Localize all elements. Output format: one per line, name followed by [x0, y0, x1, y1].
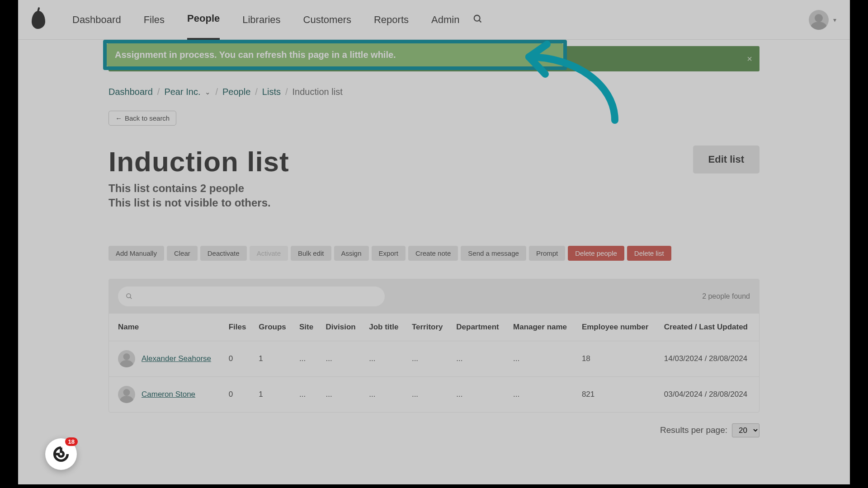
top-nav: DashboardFilesPeopleLibrariesCustomersRe… [18, 0, 850, 40]
subtitle-line: This list is not visible to others. [108, 196, 760, 210]
table-row: Alexander Seahorse01..................18… [109, 341, 759, 376]
column-header[interactable]: Territory [406, 314, 451, 341]
column-header[interactable]: Groups [253, 314, 294, 341]
subtitle-line: This list contains 2 people [108, 181, 760, 196]
svg-point-2 [127, 294, 131, 298]
create-note-button[interactable]: Create note [408, 246, 458, 261]
pear-logo-icon [32, 11, 45, 29]
name-cell: Alexander Seahorse [109, 341, 223, 376]
clear-button[interactable]: Clear [167, 246, 198, 261]
files-cell: 0 [223, 376, 254, 412]
division-cell: ... [321, 376, 364, 412]
territory-cell: ... [406, 376, 451, 412]
prompt-button[interactable]: Prompt [529, 246, 565, 261]
table-search-input[interactable] [118, 286, 385, 306]
avatar-icon [118, 350, 135, 367]
widget-logo-icon [53, 446, 69, 462]
breadcrumb-separator: / [285, 87, 288, 97]
department-cell: ... [451, 341, 508, 376]
breadcrumb-separator: / [255, 87, 258, 97]
breadcrumb-item[interactable]: Pear Inc. [164, 87, 200, 97]
help-widget-button[interactable]: 18 [45, 438, 77, 470]
breadcrumb-separator: / [157, 87, 160, 97]
breadcrumb: Dashboard/Pear Inc.⌄/People/Lists/Induct… [108, 87, 760, 97]
column-header[interactable]: Job title [363, 314, 406, 341]
nav-item-dashboard[interactable]: Dashboard [72, 0, 121, 39]
nav-item-people[interactable]: People [187, 0, 220, 40]
breadcrumb-item[interactable]: Dashboard [108, 87, 153, 97]
breadcrumb-item: Induction list [292, 87, 343, 97]
name-cell: Cameron Stone [109, 376, 223, 412]
pager: Results per page: 20 [108, 423, 760, 437]
nav-item-libraries[interactable]: Libraries [242, 0, 280, 39]
alert-message: Assignment in process. You can refresh t… [107, 43, 563, 66]
column-header[interactable]: Site [294, 314, 321, 341]
column-header[interactable]: Name [109, 314, 223, 341]
delete-people-button[interactable]: Delete people [568, 246, 624, 261]
column-header[interactable]: Manager name [508, 314, 576, 341]
close-icon[interactable]: × [747, 54, 752, 64]
add-manually-button[interactable]: Add Manually [108, 246, 164, 261]
breadcrumb-item[interactable]: Lists [262, 87, 281, 97]
action-toolbar: Add ManuallyClearDeactivateActivateBulk … [108, 246, 760, 261]
groups-cell: 1 [253, 376, 294, 412]
column-header[interactable]: Division [321, 314, 364, 341]
nav-item-admin[interactable]: Admin [431, 0, 459, 39]
column-header[interactable]: Department [451, 314, 508, 341]
search-icon[interactable] [473, 14, 483, 26]
back-button-label: Back to search [125, 114, 170, 122]
job-cell: ... [363, 376, 406, 412]
avatar-icon [118, 386, 135, 403]
nav-item-reports[interactable]: Reports [374, 0, 409, 39]
results-per-page-select[interactable]: 20 [732, 423, 760, 437]
manager-cell: ... [508, 376, 576, 412]
svg-line-1 [479, 20, 481, 22]
person-link[interactable]: Alexander Seahorse [142, 354, 211, 363]
assign-button[interactable]: Assign [334, 246, 369, 261]
nav-item-customers[interactable]: Customers [303, 0, 351, 39]
export-button[interactable]: Export [372, 246, 406, 261]
person-link[interactable]: Cameron Stone [142, 390, 195, 399]
dates-cell: 03/04/2024 / 28/08/2024 [659, 376, 759, 412]
column-header[interactable]: Created / Last Updated [659, 314, 759, 341]
pager-label: Results per page: [660, 425, 727, 435]
empno-cell: 821 [576, 376, 659, 412]
column-header[interactable]: Files [223, 314, 254, 341]
page-title: Induction list [108, 145, 289, 178]
delete-list-button[interactable]: Delete list [627, 246, 671, 261]
send-a-message-button[interactable]: Send a message [461, 246, 526, 261]
manager-cell: ... [508, 341, 576, 376]
empno-cell: 18 [576, 341, 659, 376]
highlight-frame: Assignment in process. You can refresh t… [103, 40, 567, 70]
table-row: Cameron Stone01..................82103/0… [109, 376, 759, 412]
site-cell: ... [294, 376, 321, 412]
alert-banner: × Assignment in process. You can refresh… [108, 46, 760, 71]
files-cell: 0 [223, 341, 254, 376]
groups-cell: 1 [253, 341, 294, 376]
chevron-down-icon[interactable]: ⌄ [205, 88, 211, 96]
chevron-down-icon[interactable]: ▾ [833, 16, 836, 23]
column-header[interactable]: Employee number [576, 314, 659, 341]
people-table: 2 people found NameFilesGroupsSiteDivisi… [108, 279, 760, 413]
activate-button: Activate [250, 246, 288, 261]
back-to-search-button[interactable]: ← Back to search [108, 111, 176, 126]
job-cell: ... [363, 341, 406, 376]
arrow-left-icon: ← [115, 114, 122, 122]
division-cell: ... [321, 341, 364, 376]
edit-list-button[interactable]: Edit list [693, 145, 760, 174]
results-count: 2 people found [702, 292, 750, 300]
deactivate-button[interactable]: Deactivate [200, 246, 247, 261]
dates-cell: 14/03/2024 / 28/08/2024 [659, 341, 759, 376]
site-cell: ... [294, 341, 321, 376]
bulk-edit-button[interactable]: Bulk edit [291, 246, 331, 261]
breadcrumb-item[interactable]: People [222, 87, 250, 97]
svg-point-0 [474, 15, 480, 21]
territory-cell: ... [406, 341, 451, 376]
breadcrumb-separator: / [215, 87, 218, 97]
notification-badge: 18 [65, 437, 78, 446]
svg-line-3 [130, 297, 132, 299]
department-cell: ... [451, 376, 508, 412]
nav-item-files[interactable]: Files [144, 0, 165, 39]
page-subtitle: This list contains 2 people This list is… [108, 181, 760, 211]
user-avatar-icon[interactable] [809, 10, 829, 30]
